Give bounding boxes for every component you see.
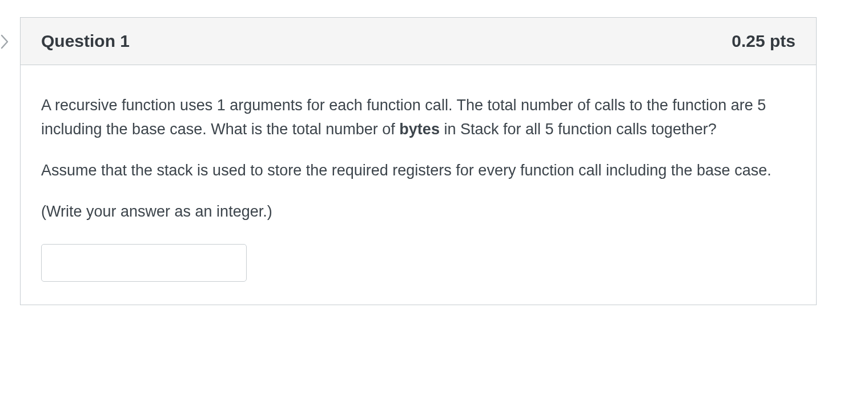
question-paragraph-2: Assume that the stack is used to store t… <box>41 159 795 183</box>
question-title: Question 1 <box>41 31 130 51</box>
question-header: Question 1 0.25 pts <box>21 18 816 65</box>
answer-input[interactable] <box>41 244 247 282</box>
chevron-right-icon <box>0 34 11 49</box>
question-body: A recursive function uses 1 arguments fo… <box>21 65 816 305</box>
question-text-part2: in Stack for all 5 function calls togeth… <box>440 121 717 138</box>
question-text-bold: bytes <box>399 121 440 138</box>
question-points: 0.25 pts <box>732 31 795 51</box>
question-paragraph-3: (Write your answer as an integer.) <box>41 200 795 224</box>
question-paragraph-1: A recursive function uses 1 arguments fo… <box>41 94 795 142</box>
question-card: Question 1 0.25 pts A recursive function… <box>20 17 817 305</box>
